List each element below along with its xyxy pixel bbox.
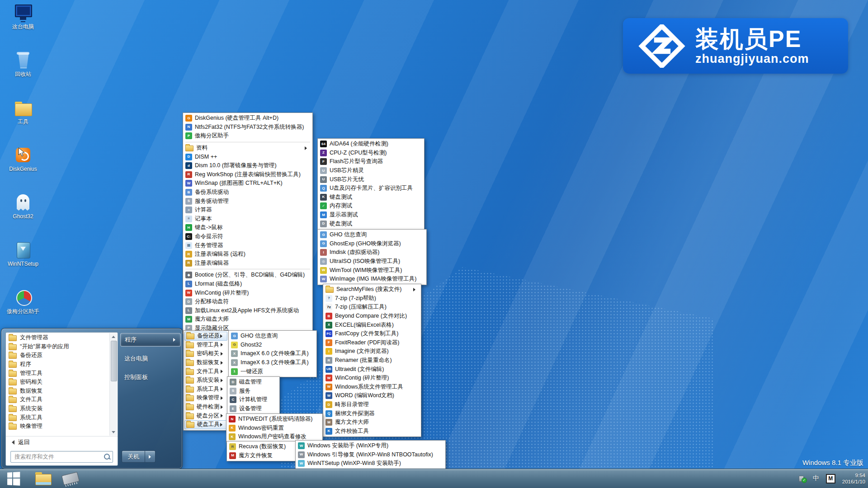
desktop-icon[interactable]: 工具: [4, 99, 42, 125]
menu-folder-item[interactable]: 硬件检测: [184, 403, 227, 412]
menu-item[interactable]: R 注册表编辑器 (远程): [184, 250, 311, 259]
menu-folder-item[interactable]: 系统安装: [184, 376, 227, 385]
menu-item[interactable]: M 魔方磁盘大师: [184, 315, 311, 324]
search-input[interactable]: [11, 451, 113, 462]
menu-item[interactable]: W WORD (编辑Word文档): [324, 391, 420, 400]
desktop-icon[interactable]: 傲梅分区助手: [4, 288, 42, 314]
menu-item[interactable]: W Windows 引导修复 (WinXP-Win8 NTBOOTautofix…: [297, 450, 444, 460]
start-menu-list-item[interactable]: 密码相关: [7, 378, 109, 387]
menu-item[interactable]: S 服务驱动管理: [184, 197, 311, 206]
back-button[interactable]: 返回: [6, 436, 118, 448]
menu-folder-item[interactable]: 文件工具: [184, 367, 227, 376]
ime-m-badge[interactable]: M: [826, 474, 835, 483]
menu-folder-item[interactable]: 数据恢复: [184, 358, 227, 367]
menu-item[interactable]: FC FastCopy (文件复制工具): [324, 329, 420, 338]
menu-item[interactable]: G GhostExp (GHO映像浏览器): [319, 239, 425, 249]
menu-item[interactable]: 1 一键还原: [230, 367, 316, 376]
menu-item[interactable]: 64 AIDA64 (全能硬件检测): [319, 140, 423, 149]
menu-item[interactable]: B 备份系统驱动: [184, 188, 311, 197]
menu-item[interactable]: L 加载Linux ext2及Apple HFS文件系统驱动: [184, 306, 311, 315]
menu-item[interactable]: W WinSnap (抓图画图 CTRL+ALT+K): [184, 179, 311, 188]
menu-item[interactable]: N NTPWEDIT (系统密码清除器): [227, 415, 321, 424]
menu-item[interactable]: ◆ Bootice (分区、引导、BCD编辑、G4D编辑): [184, 271, 311, 280]
menu-item[interactable]: Z CPU-Z (CPU型号检测): [319, 149, 423, 158]
usb-safely-remove-icon[interactable]: ✓: [798, 475, 806, 482]
menu-item[interactable]: Q 捆绑文件探测器: [324, 409, 420, 418]
menu-item[interactable]: K 文件校验工具: [324, 427, 420, 436]
menu-item[interactable]: ✓ 内存测试: [319, 202, 423, 211]
start-menu-list-item[interactable]: 系统工具: [7, 413, 109, 422]
menu-item[interactable]: SearchMyFiles (搜索文件): [324, 285, 420, 294]
menu-folder-item[interactable]: 管理工具: [184, 341, 227, 350]
menu-item[interactable]: W WinContig (碎片整理): [184, 288, 311, 297]
shutdown-options-arrow[interactable]: [145, 450, 156, 463]
menu-item[interactable]: P 傲梅分区助手: [184, 131, 311, 141]
menu-item[interactable]: C 计算机管理: [228, 395, 278, 404]
ime-indicator[interactable]: 中: [813, 474, 819, 483]
menu-item[interactable]: D DISM ++: [184, 152, 311, 161]
menu-item[interactable]: ▦ 任务管理器: [184, 241, 311, 250]
menu-item[interactable]: ≡ 记事本: [184, 215, 311, 224]
menu-item[interactable]: R Reg WorkShop (注册表编辑快照替换工具): [184, 170, 311, 179]
start-menu-list-item[interactable]: 系统安装: [7, 404, 109, 413]
menu-folder-item[interactable]: 硬盘工具: [184, 420, 227, 429]
menu-item[interactable]: F FoxitReader (PDF阅读器): [324, 338, 420, 347]
start-menu-list-item[interactable]: 程序: [7, 360, 109, 369]
menu-folder-item[interactable]: 映像管理: [184, 394, 227, 403]
start-menu-right-item[interactable]: 这台电脑: [120, 352, 181, 365]
start-menu-list-item[interactable]: 文件工具: [7, 395, 109, 404]
scroll-up-icon[interactable]: [110, 333, 117, 340]
menu-item[interactable]: X EXCEL(编辑Excel表格): [324, 320, 420, 329]
menu-item[interactable]: = 计算器: [184, 206, 311, 215]
clock[interactable]: 9:54 2016/1/10: [842, 472, 865, 485]
menu-folder-item[interactable]: 硬盘分区: [184, 411, 227, 420]
menu-item[interactable]: K 键盘测试: [319, 193, 423, 202]
menu-item[interactable]: B Beyond Compare (文件对比): [324, 312, 420, 321]
menu-item[interactable]: X ImageX 6.0 (文件映像工具): [230, 349, 316, 358]
menu-item[interactable]: W WimTool (WIM映像管理工具): [319, 266, 425, 275]
menu-item[interactable]: U USB芯片精灵: [319, 166, 423, 175]
menu-folder-item[interactable]: 备份还原: [184, 332, 227, 341]
desktop-icon[interactable]: WinNTSetup: [4, 241, 42, 267]
menu-item[interactable]: d Dism 10.0 (部署镜像服务与管理): [184, 161, 311, 170]
menu-item[interactable]: D 分配移动盘符: [184, 297, 311, 306]
start-menu-list-item[interactable]: 映像管理: [7, 422, 109, 431]
menu-item[interactable]: D 畸形目录管理: [324, 400, 420, 409]
file-explorer-taskbar-icon[interactable]: [35, 472, 52, 485]
desktop-icon[interactable]: 回收站: [4, 51, 42, 77]
menu-item[interactable]: ◎ UltraISO (ISO映像管理工具): [319, 257, 425, 266]
menu-item[interactable]: W Windows系统文件管理工具: [324, 383, 420, 392]
menu-item[interactable]: W WinImage (IMG IMA映像管理工具): [319, 275, 425, 284]
start-menu-right-item[interactable]: 控制面板: [120, 371, 181, 384]
menu-item[interactable]: R Recuva (数据恢复): [228, 442, 296, 451]
menu-item[interactable]: L Lformat (磁盘低格): [184, 280, 311, 289]
menu-item[interactable]: U USB芯片无忧: [319, 175, 423, 184]
start-menu-list-item[interactable]: 文件管理器: [7, 333, 109, 343]
menu-item[interactable]: 7z 7-zip (压缩解压工具): [324, 303, 420, 312]
menu-item[interactable]: W Windows 安装助手 (WinXP专用): [297, 441, 444, 450]
start-menu-list-item[interactable]: 数据恢复: [7, 387, 109, 396]
menu-item[interactable]: H 键盘->鼠标: [184, 223, 311, 232]
menu-item[interactable]: D 磁盘管理: [228, 378, 278, 387]
menu-item[interactable]: R 注册表编辑器: [184, 259, 311, 268]
menu-item[interactable]: ? 7-zip (7-zip帮助): [324, 294, 420, 303]
menu-folder-item[interactable]: 系统工具: [184, 385, 227, 394]
menu-item[interactable]: Q U盘及闪存卡黑片、扩容识别工具: [319, 184, 423, 193]
menu-item[interactable]: G GHO 信息查询: [230, 332, 316, 341]
menu-item[interactable]: I Imagine (文件浏览器): [324, 347, 420, 356]
menu-item[interactable]: W WinNTSetup (WinXP-Win8 安装助手): [297, 459, 444, 468]
menu-item[interactable]: G DiskGenius (硬盘管理工具 Alt+D): [184, 114, 311, 123]
menu-item[interactable]: UE Ultraedit (文件编辑): [324, 365, 420, 374]
start-menu-list-item[interactable]: 管理工具: [7, 369, 109, 378]
menu-item[interactable]: X ImageX 6.3 (文件映像工具): [230, 358, 316, 367]
menu-item[interactable]: E 设备管理: [228, 404, 278, 413]
menu-item[interactable]: I Imdisk (虚拟驱动器): [319, 248, 425, 257]
desktop-icon[interactable]: Ghost32: [4, 193, 42, 220]
menu-item[interactable]: F Flash芯片型号查询器: [319, 157, 423, 166]
desktop-icon[interactable]: 这台电脑: [4, 4, 42, 30]
scrollbar[interactable]: [109, 333, 117, 436]
menu-folder-item[interactable]: 密码相关: [184, 349, 227, 358]
menu-item[interactable]: R Renamer (批量重命名): [324, 356, 420, 365]
menu-item[interactable]: G GHO 信息查询: [319, 230, 425, 239]
menu-item[interactable]: 资料: [184, 144, 311, 153]
